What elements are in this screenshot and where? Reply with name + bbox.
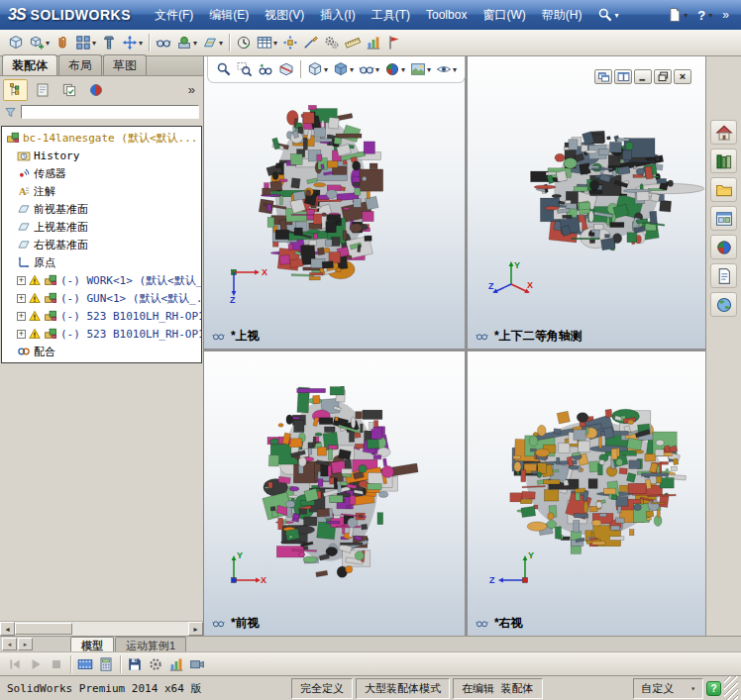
- sketch-tab[interactable]: 草图: [103, 54, 147, 75]
- restore-document-button[interactable]: [654, 69, 672, 84]
- show-hidden-components-button[interactable]: [154, 32, 173, 53]
- assembly-features-button[interactable]: ▾: [174, 32, 199, 53]
- quick-tips-icon[interactable]: ?: [706, 681, 721, 696]
- tree-item[interactable]: 传感器: [2, 164, 201, 182]
- propertymanager-tab[interactable]: [30, 79, 54, 101]
- zoom-to-area-button[interactable]: [235, 58, 255, 80]
- tree-item[interactable]: 配合: [2, 343, 201, 360]
- configurationmanager-tab[interactable]: [56, 79, 81, 101]
- camera-view-button[interactable]: [187, 654, 207, 674]
- tree-item[interactable]: +(-) WORK<1> (默认<默认_显...: [2, 271, 201, 289]
- model-tab[interactable]: 模型: [70, 637, 114, 651]
- cascade-windows-button[interactable]: [594, 69, 612, 84]
- design-library-button[interactable]: [710, 149, 737, 173]
- svg-text:Z: Z: [489, 575, 495, 585]
- smart-fasteners-button[interactable]: [99, 32, 119, 53]
- motion-study-tab[interactable]: 运动算例1: [115, 637, 186, 651]
- tile-windows-button[interactable]: [614, 69, 632, 84]
- tree-item[interactable]: +(-) GUN<1> (默认<默认_...: [2, 289, 201, 307]
- menu-toolbox[interactable]: Toolbox: [418, 0, 475, 30]
- apply-scene-button[interactable]: ▾: [408, 58, 433, 80]
- panel-overflow-chevron[interactable]: »: [183, 82, 200, 97]
- search-button[interactable]: ▾: [589, 0, 626, 30]
- menu-help[interactable]: 帮助(H): [534, 0, 590, 30]
- assembly-tab[interactable]: 装配体: [2, 54, 57, 75]
- tree-item[interactable]: bc-14lanesgate (默认<默认...: [2, 129, 201, 147]
- scroll-thumb[interactable]: [15, 623, 72, 635]
- scroll-left-button[interactable]: ◂: [0, 622, 15, 636]
- help-button[interactable]: ?▾: [693, 7, 714, 24]
- menu-tools[interactable]: 工具(T): [364, 0, 418, 30]
- tree-item[interactable]: History: [2, 147, 201, 164]
- featuremanager-tree-tab[interactable]: [3, 79, 28, 101]
- file-explorer-button[interactable]: [710, 177, 737, 202]
- menu-window[interactable]: 窗口(W): [475, 0, 533, 30]
- previous-view-button[interactable]: [256, 58, 275, 80]
- explode-line-sketch-button[interactable]: [301, 32, 321, 53]
- interference-detection-button[interactable]: [322, 32, 342, 53]
- expand-icon[interactable]: +: [17, 294, 26, 303]
- component-pattern-button[interactable]: ▾: [73, 32, 98, 53]
- view-palette-button[interactable]: [710, 206, 737, 231]
- solidworks-forum-button[interactable]: [710, 292, 737, 317]
- layout-tab[interactable]: 布局: [58, 54, 102, 75]
- animation-wizard-button[interactable]: [75, 654, 95, 674]
- menu-file[interactable]: 文件(F): [147, 0, 201, 30]
- scroll-right-button[interactable]: ▸: [188, 622, 203, 636]
- panel-hscrollbar[interactable]: ◂ ▸: [0, 621, 203, 636]
- motion-study-properties-button[interactable]: [146, 654, 165, 674]
- insert-components-button[interactable]: ▾: [27, 32, 52, 53]
- exploded-view-button[interactable]: [280, 32, 300, 53]
- tree-item[interactable]: 前视基准面: [2, 200, 201, 218]
- view-settings-button[interactable]: ▾: [434, 58, 459, 80]
- results-and-plots-button[interactable]: [166, 654, 186, 674]
- calculate-button[interactable]: [96, 654, 116, 674]
- menu-insert[interactable]: 插入(I): [312, 0, 363, 30]
- tree-item[interactable]: 上视基准面: [2, 218, 201, 236]
- custom-properties-button[interactable]: [710, 263, 737, 288]
- expand-icon[interactable]: +: [17, 276, 26, 285]
- tree-item[interactable]: 原点: [2, 253, 201, 271]
- viewport-front-view[interactable]: YX*前视: [204, 351, 465, 636]
- expand-icon[interactable]: +: [17, 330, 26, 339]
- reference-geometry-button[interactable]: ▾: [200, 32, 225, 53]
- minimize-document-button[interactable]: [634, 69, 652, 84]
- scroll-track[interactable]: [15, 622, 188, 636]
- simulation-button[interactable]: [384, 32, 404, 53]
- hide-show-items-button[interactable]: ▾: [357, 58, 381, 80]
- display-style-button[interactable]: ▾: [331, 58, 356, 80]
- new-motion-study-button[interactable]: [234, 32, 254, 53]
- menu-view[interactable]: 视图(V): [257, 0, 312, 30]
- move-component-button[interactable]: ▾: [120, 32, 145, 53]
- measure-button[interactable]: [343, 32, 363, 53]
- solidworks-resources-button[interactable]: [710, 120, 737, 145]
- tree-item[interactable]: 右视基准面: [2, 236, 201, 253]
- save-animation-button[interactable]: [125, 654, 145, 674]
- expand-icon[interactable]: +: [17, 312, 26, 321]
- appearances-scenes-button[interactable]: [710, 235, 737, 259]
- section-view-button[interactable]: [276, 58, 296, 80]
- bill-of-materials-button[interactable]: ▾: [255, 32, 279, 53]
- displaymanager-tab[interactable]: [83, 79, 108, 101]
- zoom-to-fit-button[interactable]: [214, 58, 234, 80]
- menu-edit[interactable]: 编辑(E): [201, 0, 257, 30]
- viewport-right-view[interactable]: YZ*右视: [468, 351, 706, 636]
- assembly-visualization-button[interactable]: [364, 32, 383, 53]
- sketch-icon: [303, 35, 319, 50]
- edit-component-button[interactable]: [6, 32, 26, 53]
- custom-toolbar-dropdown[interactable]: 自定义 ▾: [633, 678, 703, 699]
- mate-button[interactable]: [53, 32, 72, 53]
- expand-menu-button[interactable]: »: [718, 7, 733, 23]
- viewport-top-view[interactable]: XZ*上视: [204, 56, 465, 349]
- tree-item[interactable]: +(-) 523 B1010LH_RH-OP10...: [2, 307, 201, 325]
- view-orientation-button[interactable]: ▾: [305, 58, 330, 80]
- filter-input[interactable]: [21, 105, 199, 119]
- tree-item[interactable]: A注解: [2, 182, 201, 200]
- viewport-dimetric-view[interactable]: YXZ*上下二等角轴测: [468, 56, 706, 349]
- new-document-button[interactable]: ▾: [665, 6, 689, 24]
- close-document-button[interactable]: ×: [674, 69, 691, 84]
- tab-scroll-left-button[interactable]: ◂: [2, 638, 17, 650]
- tab-scroll-right-button[interactable]: ▸: [18, 638, 33, 650]
- tree-item[interactable]: +(-) 523 B1010LH_RH-OP10...: [2, 325, 201, 343]
- edit-appearance-button[interactable]: ▾: [382, 58, 407, 80]
